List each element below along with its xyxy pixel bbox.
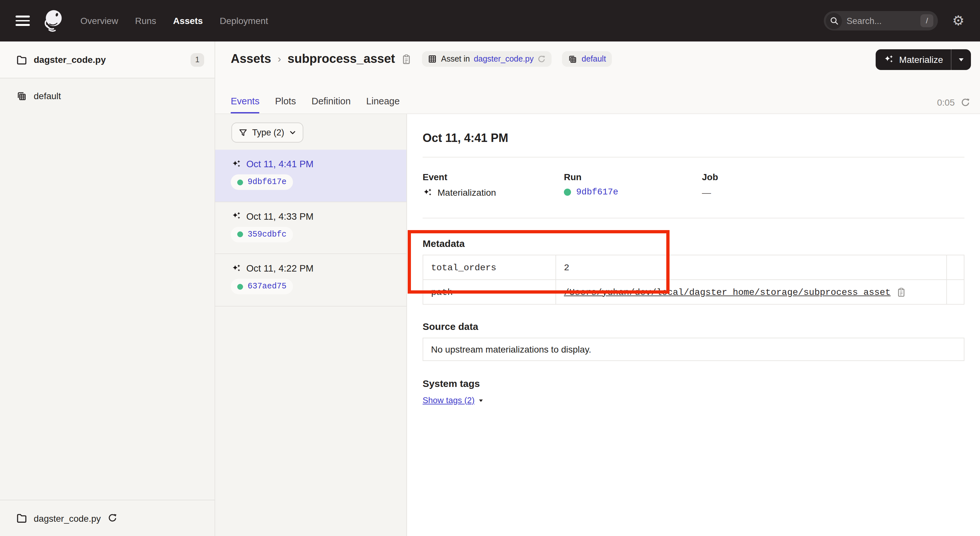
event-list-item[interactable]: Oct 11, 4:33 PM 359cdbfc: [215, 202, 406, 254]
refresh-icon[interactable]: [538, 55, 546, 63]
metadata-value: 2: [556, 255, 947, 280]
event-list-item[interactable]: Oct 11, 4:22 PM 637aed75: [215, 254, 406, 306]
search-box[interactable]: /: [824, 11, 938, 30]
breadcrumb-separator: ›: [278, 53, 281, 65]
nav-item-runs[interactable]: Runs: [135, 16, 156, 26]
sidebar-item-code-location[interactable]: dagster_code.py 1: [0, 41, 215, 78]
materialize-button[interactable]: Materialize: [876, 49, 971, 70]
asset-group-tag: default: [562, 51, 612, 67]
event-timestamp: Oct 11, 4:33 PM: [246, 211, 313, 221]
asset-tabs: Events Plots Definition Lineage: [231, 96, 399, 113]
dagster-app: Overview Runs Assets Deployment / ⚙ dags…: [0, 0, 980, 536]
tab-lineage[interactable]: Lineage: [366, 96, 399, 113]
event-detail-title: Oct 11, 4:41 PM: [423, 132, 964, 145]
show-tags-toggle[interactable]: Show tags (2): [423, 395, 484, 405]
job-empty-value: —: [702, 187, 711, 198]
asset-group-grid-icon: [568, 54, 578, 64]
tab-events[interactable]: Events: [231, 96, 259, 113]
event-list-item[interactable]: Oct 11, 4:41 PM 9dbf617e: [215, 150, 406, 202]
run-id-link[interactable]: 637aed75: [248, 282, 286, 291]
tab-plots[interactable]: Plots: [275, 96, 296, 113]
sidebar-item-default-group[interactable]: default: [0, 86, 215, 106]
asset-page-header: Assets › subprocess_asset Asset in dagst…: [215, 41, 980, 114]
page-title-asset-name: subprocess_asset: [288, 52, 395, 66]
breadcrumb-assets-link[interactable]: Assets: [231, 52, 271, 66]
run-status-dot: [564, 189, 571, 196]
source-data-empty-state: No upstream materializations to display.: [423, 338, 964, 361]
filter-label: Type (2): [252, 128, 284, 137]
hamburger-menu-icon: [16, 16, 30, 17]
folder-icon: [16, 54, 27, 65]
run-status-dot: [237, 231, 243, 237]
system-tags-heading: System tags: [423, 378, 964, 389]
materialize-button-label: Materialize: [899, 54, 943, 65]
source-data-heading: Source data: [423, 321, 964, 332]
asset-count-badge: 1: [191, 53, 204, 67]
sidebar-footer-code-location: dagster_code.py: [0, 500, 215, 536]
materialization-sparkle-icon: [231, 159, 241, 169]
hamburger-menu-button[interactable]: [16, 16, 30, 26]
asset-detail-main: Assets › subprocess_asset Asset in dagst…: [215, 41, 980, 536]
reload-code-location-icon[interactable]: [107, 513, 117, 523]
copy-path-icon[interactable]: [896, 287, 906, 297]
show-tags-label: Show tags (2): [423, 395, 474, 405]
dagster-logo: [40, 6, 66, 35]
run-id-link[interactable]: 359cdbfc: [248, 230, 286, 239]
asset-definition-tag: Asset in dagster_code.py: [422, 51, 552, 67]
divider: [423, 157, 964, 157]
sidebar-item-label: default: [34, 91, 61, 101]
nav-item-assets[interactable]: Assets: [173, 16, 203, 26]
materialization-event-list: Oct 11, 4:41 PM 9dbf617e: [215, 150, 406, 306]
source-data-empty-message: No upstream materializations to display.: [431, 344, 591, 355]
run-id-link[interactable]: 9dbf617e: [576, 187, 618, 197]
copy-asset-name-icon[interactable]: [401, 54, 412, 65]
tab-definition[interactable]: Definition: [312, 96, 351, 113]
refresh-icon[interactable]: [961, 97, 970, 107]
breadcrumb: Assets › subprocess_asset Asset in dagst…: [231, 51, 612, 67]
materialization-sparkle-icon: [231, 211, 241, 221]
sidebar-item-label: dagster_code.py: [34, 54, 106, 65]
asset-groups-sidebar: dagster_code.py 1 default dagster_code.p…: [0, 41, 215, 536]
metadata-path-link[interactable]: /Users/yuhan/dev/local/dagster_home/stor…: [564, 287, 891, 297]
metadata-actions-cell: [947, 280, 964, 304]
event-timestamp: Oct 11, 4:41 PM: [246, 159, 313, 169]
materialize-dropdown-caret[interactable]: [951, 56, 971, 63]
materialization-sparkle-icon: [231, 264, 241, 273]
divider: [423, 218, 964, 218]
nav-item-overview[interactable]: Overview: [80, 16, 118, 26]
run-id-link[interactable]: 9dbf617e: [248, 178, 286, 187]
metadata-table: total_orders 2 path /Users/yuhan/dev/loc…: [423, 255, 964, 305]
auto-refresh-timer: 0:05: [937, 97, 970, 108]
asset-in-label: Asset in: [441, 54, 470, 64]
asset-group-grid-icon: [16, 91, 27, 102]
run-column-label: Run: [564, 172, 702, 182]
settings-gear-icon[interactable]: ⚙: [952, 14, 964, 27]
run-tag[interactable]: 9dbf617e: [231, 174, 293, 190]
folder-icon: [16, 513, 27, 524]
metadata-key: path: [423, 280, 556, 304]
nav-item-deployment[interactable]: Deployment: [220, 16, 268, 26]
materialization-sparkle-icon: [423, 188, 432, 197]
table-row: path /Users/yuhan/dev/local/dagster_home…: [423, 280, 964, 304]
search-shortcut-badge: /: [920, 14, 933, 27]
event-timestamp: Oct 11, 4:22 PM: [246, 263, 313, 274]
code-location-link[interactable]: dagster_code.py: [474, 54, 534, 64]
run-status-dot: [237, 179, 243, 185]
job-column-label: Job: [702, 172, 718, 182]
chevron-down-icon: [289, 129, 296, 136]
run-tag[interactable]: 359cdbfc: [231, 226, 293, 242]
run-status-dot: [237, 283, 243, 289]
event-type-filter-button[interactable]: Type (2): [231, 122, 303, 143]
primary-nav: Overview Runs Assets Deployment: [80, 16, 268, 26]
asset-group-link[interactable]: default: [582, 54, 606, 64]
top-navbar: Overview Runs Assets Deployment / ⚙: [0, 0, 980, 41]
events-list-panel: Type (2) Oct 11, 4:41 PM: [215, 114, 407, 536]
event-column-label: Event: [423, 172, 564, 182]
refresh-countdown: 0:05: [937, 97, 955, 108]
metadata-value: /Users/yuhan/dev/local/dagster_home/stor…: [556, 280, 947, 304]
run-tag[interactable]: 637aed75: [231, 279, 293, 294]
search-input[interactable]: [846, 16, 920, 25]
caret-down-icon: [478, 398, 484, 403]
filter-funnel-icon: [239, 128, 248, 137]
table-icon: [428, 54, 437, 64]
